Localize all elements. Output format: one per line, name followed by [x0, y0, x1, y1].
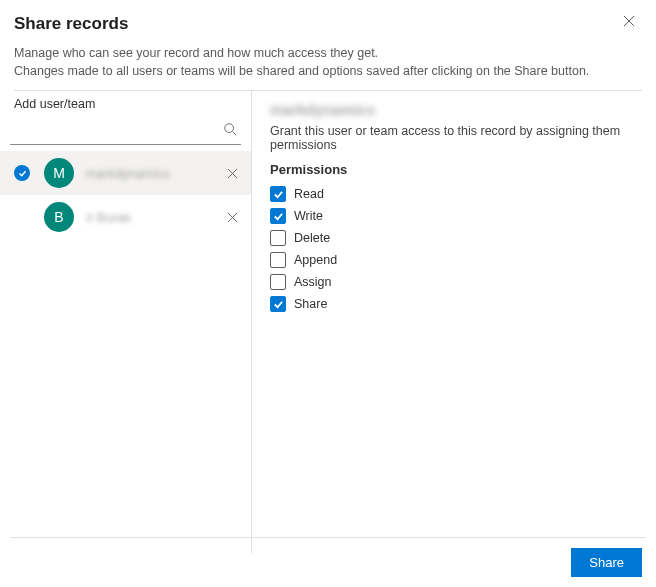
permission-write[interactable]: Write — [270, 205, 638, 227]
close-icon — [227, 168, 238, 179]
remove-user-button[interactable] — [223, 164, 241, 182]
search-icon[interactable] — [219, 122, 241, 139]
checkbox[interactable] — [270, 274, 286, 290]
close-button[interactable] — [620, 12, 638, 30]
share-button[interactable]: Share — [571, 548, 642, 577]
permission-label: Append — [294, 253, 337, 267]
permission-label: Delete — [294, 231, 330, 245]
user-row[interactable]: M markdynamics — [0, 151, 251, 195]
permission-append[interactable]: Append — [270, 249, 638, 271]
permission-label: Assign — [294, 275, 332, 289]
close-icon — [227, 212, 238, 223]
avatar: M — [44, 158, 74, 188]
user-list: M markdynamics B # Burak — [0, 151, 251, 239]
selected-user-title: markdynamics — [270, 101, 638, 118]
dialog-header: Share records — [0, 0, 656, 44]
left-pane: Add user/team M markdynamics B # — [0, 91, 252, 553]
permission-label: Write — [294, 209, 323, 223]
checkbox[interactable] — [270, 208, 286, 224]
user-row[interactable]: B # Burak — [0, 195, 251, 239]
permission-share[interactable]: Share — [270, 293, 638, 315]
user-name: # Burak — [86, 210, 223, 225]
grant-description: Grant this user or team access to this r… — [270, 124, 638, 152]
svg-point-0 — [225, 124, 234, 133]
content-area: Add user/team M markdynamics B # — [0, 91, 656, 553]
dialog-description: Manage who can see your record and how m… — [0, 44, 656, 90]
avatar: B — [44, 202, 74, 232]
dialog-footer: Share — [10, 537, 646, 587]
checkbox[interactable] — [270, 252, 286, 268]
permission-assign[interactable]: Assign — [270, 271, 638, 293]
checkbox[interactable] — [270, 186, 286, 202]
desc-line-1: Manage who can see your record and how m… — [14, 44, 642, 62]
desc-line-2: Changes made to all users or teams will … — [14, 62, 642, 80]
permission-delete[interactable]: Delete — [270, 227, 638, 249]
permission-label: Share — [294, 297, 327, 311]
add-user-label: Add user/team — [10, 91, 241, 117]
remove-user-button[interactable] — [223, 208, 241, 226]
search-row — [10, 117, 241, 145]
checkbox[interactable] — [270, 230, 286, 246]
permissions-heading: Permissions — [270, 162, 638, 177]
checkbox[interactable] — [270, 296, 286, 312]
permission-label: Read — [294, 187, 324, 201]
right-pane: markdynamics Grant this user or team acc… — [252, 91, 656, 553]
search-input[interactable] — [10, 121, 219, 140]
svg-line-1 — [233, 132, 237, 136]
selected-check-icon — [14, 165, 30, 181]
user-name: markdynamics — [86, 166, 223, 181]
permission-read[interactable]: Read — [270, 183, 638, 205]
close-icon — [623, 15, 635, 27]
dialog-title: Share records — [14, 14, 640, 34]
